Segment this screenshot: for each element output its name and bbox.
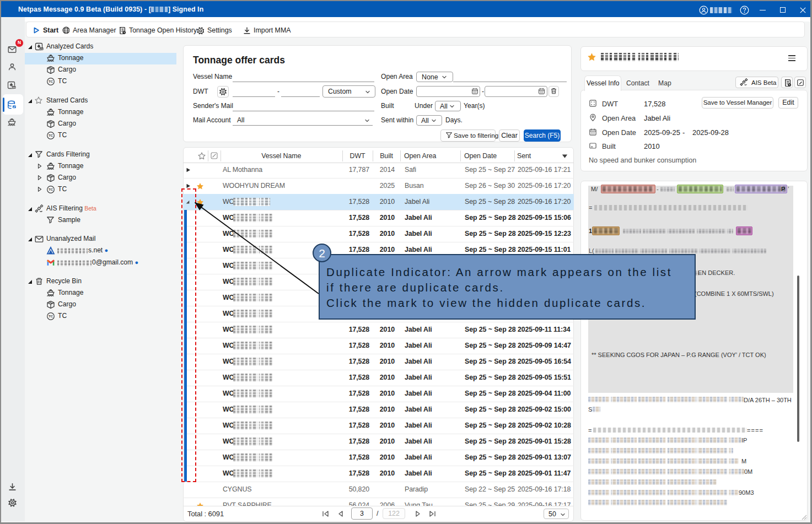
- svg-text:TC: TC: [49, 133, 53, 137]
- svg-text:TC: TC: [49, 187, 53, 191]
- svg-text:TC: TC: [49, 314, 53, 318]
- svg-text:TC: TC: [49, 79, 53, 83]
